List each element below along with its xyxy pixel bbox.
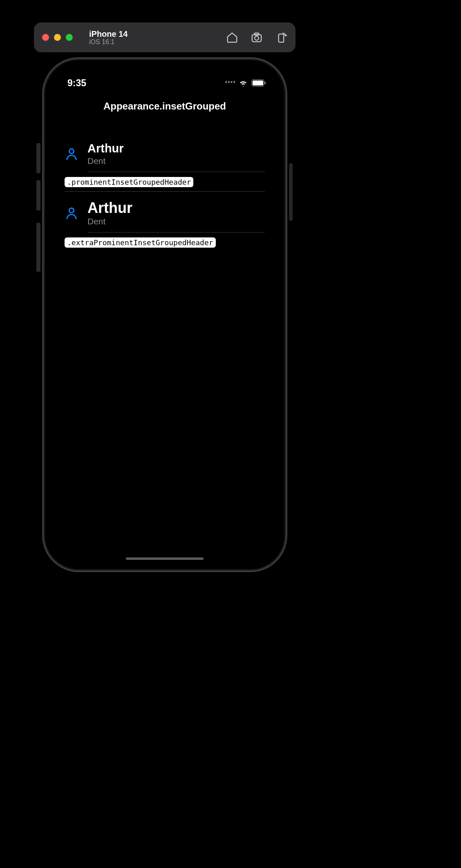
svg-rect-5 [253, 81, 263, 85]
list-item[interactable]: Arthur Dent [65, 136, 265, 172]
person-icon [65, 206, 78, 220]
screenshot-icon[interactable] [251, 31, 263, 44]
svg-rect-3 [279, 34, 284, 42]
device-os-version: iOS 16.1 [89, 38, 128, 46]
status-time: 9:35 [67, 78, 86, 89]
svg-rect-2 [255, 33, 259, 35]
row-subtitle: Dent [87, 156, 124, 166]
close-window-button[interactable] [42, 34, 49, 41]
rotate-icon[interactable] [275, 31, 287, 44]
device-label: iPhone 14 iOS 16.1 [89, 29, 128, 46]
svg-point-7 [69, 149, 74, 153]
battery-icon [251, 79, 266, 87]
list-item[interactable]: Arthur Dent [65, 194, 265, 233]
svg-rect-6 [265, 82, 266, 84]
home-indicator[interactable] [126, 557, 204, 560]
row-subtitle: Dent [87, 217, 132, 226]
cellular-dots-icon: •••• [225, 78, 236, 88]
svg-point-1 [255, 36, 259, 40]
svg-point-8 [69, 208, 74, 213]
row-text: Arthur Dent [87, 200, 132, 227]
row-separator [88, 232, 265, 233]
status-right: •••• [225, 78, 266, 88]
simulator-toolbar: iPhone 14 iOS 16.1 [34, 22, 295, 52]
phone-screen: 9:35 •••• Appearance.insetGrouped [49, 65, 280, 565]
power-button[interactable] [289, 163, 293, 221]
section-footer-tag: .prominentInsetGroupedHeader [65, 177, 193, 187]
row-separator [88, 172, 265, 172]
volume-up-button[interactable] [36, 143, 40, 173]
list-content[interactable]: Arthur Dent .prominentInsetGroupedHeader… [49, 116, 280, 252]
minimize-window-button[interactable] [54, 34, 61, 41]
window-controls [42, 34, 73, 41]
page-title: Appearance.insetGrouped [49, 93, 280, 116]
device-name: iPhone 14 [89, 29, 128, 38]
row-title: Arthur [87, 142, 124, 155]
volume-down-button[interactable] [36, 180, 40, 210]
section-footer-tag: .extraProminentInsetGroupedHeader [65, 237, 216, 248]
row-title: Arthur [87, 200, 132, 216]
silent-switch[interactable] [36, 223, 40, 272]
home-icon[interactable] [226, 31, 238, 44]
person-icon [65, 147, 78, 161]
status-bar: 9:35 •••• [49, 65, 280, 93]
row-text: Arthur Dent [87, 142, 124, 166]
zoom-window-button[interactable] [66, 34, 73, 41]
simulator-actions [226, 31, 287, 44]
wifi-icon [238, 79, 248, 87]
phone-frame: 9:35 •••• Appearance.insetGrouped [42, 57, 287, 572]
